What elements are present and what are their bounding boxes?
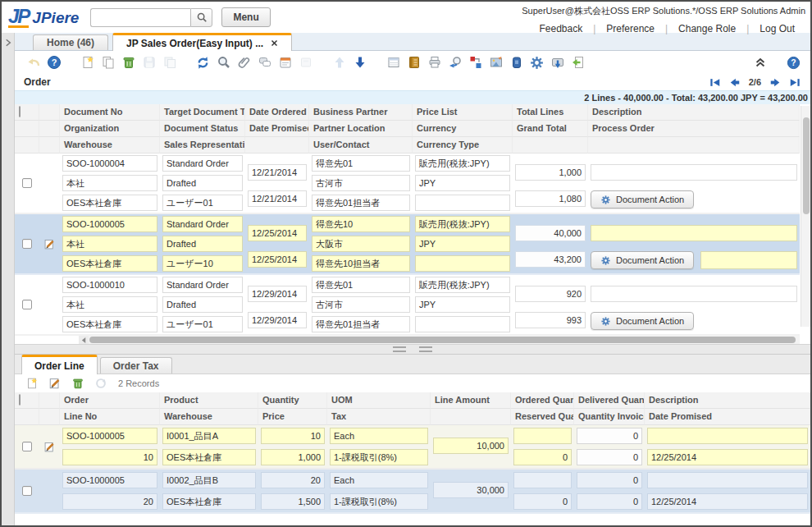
close-tab-icon[interactable] — [271, 39, 278, 47]
reserved-qty-cell[interactable]: 0 — [513, 449, 572, 465]
column-header-delivered-quantity[interactable]: Delivered Quantity — [574, 392, 645, 409]
warehouse-cell[interactable]: OES本社倉庫 — [62, 255, 157, 272]
scroll-left-icon[interactable] — [79, 336, 89, 344]
column-header-partner-location[interactable]: Partner Location — [309, 121, 413, 137]
column-header-ordered-quantity[interactable]: Ordered Quantity — [511, 392, 574, 409]
splitter-grip-icon[interactable] — [393, 346, 406, 352]
column-header-sales-representative[interactable]: Sales Representative — [160, 137, 245, 154]
order-row-2-selected[interactable]: SOO-1000005 本社 OES本社倉庫 Standard Order Dr… — [15, 214, 800, 275]
user-contact-cell[interactable]: 得意先01担当者 — [312, 195, 410, 211]
last-record-icon[interactable] — [789, 77, 801, 88]
save-icon[interactable] — [140, 54, 157, 71]
column-header-date-promised[interactable]: Date Promised — [245, 121, 309, 137]
column-header-document-no[interactable]: Document No — [60, 104, 160, 121]
partner-location-cell[interactable]: 大阪市 — [312, 236, 410, 252]
document-no-cell[interactable]: SOO-1000004 — [62, 155, 157, 172]
currency-cell[interactable]: JPY — [415, 296, 510, 313]
organization-cell[interactable]: 本社 — [62, 175, 157, 191]
line-date-promised-cell[interactable]: 12/25/2014 — [647, 449, 808, 465]
column-header-organization[interactable]: Organization — [60, 121, 160, 137]
date-ordered-cell[interactable]: 12/21/2014 — [248, 164, 307, 181]
line-warehouse-cell[interactable]: OES本社倉庫 — [162, 493, 256, 510]
column-header-warehouse[interactable]: Warehouse — [60, 137, 160, 154]
splitter-grip-icon[interactable] — [419, 346, 432, 352]
order-row-3[interactable]: SOO-1000010 本社 OES本社倉庫 Standard Order Dr… — [15, 275, 800, 336]
invoiced-qty-cell[interactable]: 0 — [577, 449, 642, 465]
column-header-total-lines[interactable]: Total Lines — [513, 104, 588, 121]
column-header-date-ordered[interactable]: Date Ordered — [245, 104, 309, 121]
currency-type-cell[interactable] — [415, 255, 510, 272]
business-partner-cell[interactable]: 得意先01 — [312, 155, 410, 172]
preference-link[interactable]: Preference — [595, 23, 665, 34]
column-header-order[interactable]: Order — [60, 392, 160, 409]
panel-splitter[interactable] — [15, 344, 810, 355]
column-header-line-no[interactable]: Line No — [60, 409, 160, 425]
description-cell[interactable] — [591, 286, 797, 302]
organization-cell[interactable]: 本社 — [62, 296, 157, 313]
vertical-scrollbar-thumb[interactable] — [803, 117, 810, 214]
document-action-button[interactable]: Document Action — [591, 312, 694, 330]
total-lines-cell[interactable]: 920 — [515, 286, 586, 302]
total-lines-cell[interactable]: 1,000 — [515, 164, 586, 181]
partner-location-cell[interactable]: 古河市 — [312, 296, 410, 313]
copy-record-icon[interactable] — [99, 54, 116, 71]
line-order-cell[interactable]: SOO-1000005 — [62, 428, 157, 444]
column-header-description[interactable]: Description — [588, 104, 800, 121]
doc-type-cell[interactable]: Standard Order — [162, 216, 243, 232]
request-icon[interactable] — [276, 54, 294, 71]
grand-total-cell[interactable]: 1,080 — [515, 190, 586, 207]
horizontal-scrollbar[interactable] — [79, 336, 800, 344]
column-header-price-list[interactable]: Price List — [413, 104, 513, 121]
order-row-1[interactable]: SOO-1000004 本社 OES本社倉庫 Standard Order Dr… — [15, 154, 800, 214]
date-ordered-cell[interactable]: 12/29/2014 — [248, 286, 307, 302]
doc-type-cell[interactable]: Standard Order — [162, 155, 243, 172]
document-action-button[interactable]: Document Action — [591, 190, 694, 209]
column-header-line-description[interactable]: Description — [645, 392, 810, 409]
report-icon[interactable] — [405, 54, 422, 71]
row-checkbox[interactable] — [22, 300, 32, 309]
process-icon[interactable] — [528, 54, 545, 71]
column-header-quantity-invoiced[interactable]: Quantity Invoiced — [574, 409, 645, 425]
column-header-uom[interactable]: UOM — [327, 392, 431, 409]
line-description-cell[interactable] — [647, 472, 808, 488]
product-cell[interactable]: I0002_品目B — [162, 472, 256, 488]
logout-link[interactable]: Log Out — [749, 23, 805, 34]
price-list-cell[interactable]: 販売用(税抜:JPY) — [415, 277, 510, 293]
user-contact-cell[interactable]: 得意先01担当者 — [312, 316, 410, 332]
line-description-cell[interactable] — [647, 428, 808, 444]
warehouse-cell[interactable]: OES本社倉庫 — [62, 195, 157, 211]
search-icon[interactable] — [190, 8, 212, 27]
tab-order-tax[interactable]: Order Tax — [100, 357, 172, 373]
undo-icon[interactable] — [25, 54, 42, 71]
workflow-icon[interactable] — [467, 54, 484, 71]
attachment-icon[interactable] — [235, 54, 253, 71]
price-cell[interactable]: 1,000 — [261, 449, 325, 465]
column-header-currency-type[interactable]: Currency Type — [413, 137, 513, 154]
delete-record-icon[interactable] — [120, 54, 137, 71]
uom-cell[interactable]: Each — [330, 428, 428, 444]
horizontal-scrollbar-thumb[interactable] — [89, 337, 796, 343]
zoom-across-icon[interactable] — [487, 54, 504, 71]
previous-record-icon[interactable] — [729, 77, 741, 88]
date-ordered-cell[interactable]: 12/25/2014 — [248, 225, 307, 241]
ordered-qty-cell[interactable] — [513, 472, 572, 488]
select-all-header[interactable] — [15, 104, 39, 121]
delivered-qty-cell[interactable]: 0 — [577, 428, 642, 444]
partner-location-cell[interactable]: 古河市 — [312, 175, 410, 191]
quantity-cell[interactable]: 10 — [261, 428, 325, 444]
private-record-icon[interactable] — [508, 54, 525, 71]
feedback-link[interactable]: Feedback — [528, 23, 593, 34]
organization-cell[interactable]: 本社 — [62, 236, 157, 252]
global-search-input[interactable] — [90, 8, 190, 27]
column-header-process-order[interactable]: Process Order — [588, 121, 800, 137]
select-all-checkbox[interactable] — [19, 106, 21, 117]
chat-icon[interactable] — [256, 54, 273, 71]
sales-rep-cell[interactable]: ユーザー10 — [162, 255, 243, 272]
description-cell[interactable] — [591, 164, 797, 181]
uom-cell[interactable]: Each — [330, 472, 428, 488]
line-order-cell[interactable]: SOO-1000005 — [62, 472, 157, 488]
reserved-qty-cell[interactable]: 0 — [513, 493, 572, 510]
edit-line-icon[interactable] — [46, 375, 63, 392]
line-date-promised-cell[interactable]: 12/25/2014 — [647, 493, 808, 510]
new-line-icon[interactable] — [23, 375, 40, 392]
